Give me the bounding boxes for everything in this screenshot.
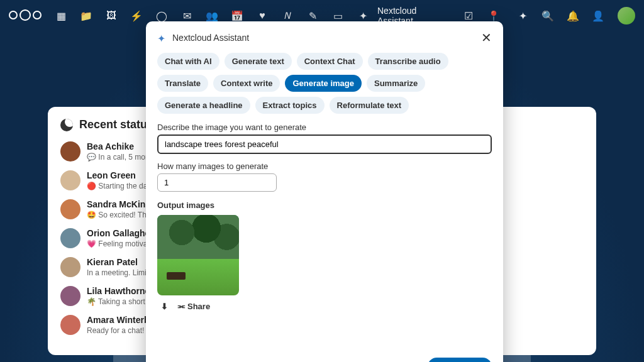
assistant-modal: ✦ Nextcloud Assistant ✕ Chat with AIGene… <box>146 21 503 362</box>
dashboard-icon[interactable]: ▦ <box>55 9 67 22</box>
deck-icon[interactable]: ▭ <box>331 9 344 22</box>
activity-icon[interactable]: ⚡ <box>130 9 143 22</box>
health-icon[interactable]: ♥ <box>256 9 269 22</box>
sparkle-icon: ✦ <box>157 33 167 43</box>
task-type-chips: Chat with AIGenerate textContext ChatTra… <box>157 53 492 114</box>
task-chip[interactable]: Chat with AI <box>157 53 219 70</box>
task-chip[interactable]: Reformulate text <box>330 97 409 114</box>
avatar <box>60 170 80 190</box>
prompt-label: Describe the image you want to generate <box>157 123 492 132</box>
mail-icon[interactable]: ✉ <box>180 9 193 22</box>
output-label: Output images <box>157 200 492 210</box>
contacts-menu-icon[interactable]: 👤 <box>592 9 604 22</box>
download-button[interactable]: ⬇ <box>161 302 168 311</box>
task-chip[interactable]: Generate image <box>285 75 362 92</box>
avatar <box>60 257 80 277</box>
task-chip[interactable]: Context Chat <box>297 53 363 70</box>
modal-title: Nextcloud Assistant <box>172 33 476 43</box>
photos-icon[interactable]: 🖼 <box>105 9 118 22</box>
prompt-input[interactable] <box>157 134 492 154</box>
avatar <box>60 141 80 162</box>
task-chip[interactable]: Generate text <box>225 53 292 70</box>
avatar <box>60 286 80 306</box>
modal-header: ✦ Nextcloud Assistant ✕ <box>157 30 492 45</box>
search-icon[interactable]: 🔍 <box>541 9 554 22</box>
task-chip[interactable]: Extract topics <box>255 97 325 114</box>
close-button[interactable]: ✕ <box>481 30 492 45</box>
assistant-shortcut-icon[interactable]: ✦ <box>516 9 529 22</box>
avatar <box>60 315 80 335</box>
count-label: How many images to generate <box>157 162 492 171</box>
edit-icon[interactable]: ✎ <box>306 9 319 22</box>
sparkle-icon[interactable]: ✦ <box>357 9 369 22</box>
modal-footer: ↻ Previous "Generate image" tasks ⋯ ✦ Tr… <box>157 358 492 362</box>
task-chip[interactable]: Generate a headline <box>157 97 250 114</box>
notes-icon[interactable]: 𝘕 <box>281 9 294 22</box>
nextcloud-logo[interactable] <box>9 11 42 21</box>
task-chip[interactable]: Translate <box>157 75 208 92</box>
notifications-icon[interactable]: 🔔 <box>567 9 579 22</box>
talk-icon[interactable]: ◯ <box>155 9 168 22</box>
files-icon[interactable]: 📁 <box>80 9 92 22</box>
try-again-button[interactable]: ✦ Try again <box>428 358 492 362</box>
task-chip[interactable]: Summarize <box>367 75 425 92</box>
task-chip[interactable]: Context write <box>213 75 280 92</box>
contacts-icon[interactable]: 👥 <box>206 9 218 22</box>
count-input[interactable] <box>157 173 277 192</box>
maps-icon[interactable]: 📍 <box>487 9 500 22</box>
share-button[interactable]: ⫘ Share <box>177 302 210 311</box>
moon-icon <box>60 119 73 131</box>
avatar <box>60 199 80 219</box>
image-actions: ⬇ ⫘ Share <box>157 299 492 314</box>
tasks-icon[interactable]: ☑ <box>462 9 475 22</box>
calendar-icon[interactable]: 📅 <box>231 9 243 22</box>
avatar <box>60 228 80 248</box>
generated-image[interactable] <box>157 215 239 295</box>
task-chip[interactable]: Transcribe audio <box>368 53 448 70</box>
user-avatar[interactable] <box>618 7 635 25</box>
